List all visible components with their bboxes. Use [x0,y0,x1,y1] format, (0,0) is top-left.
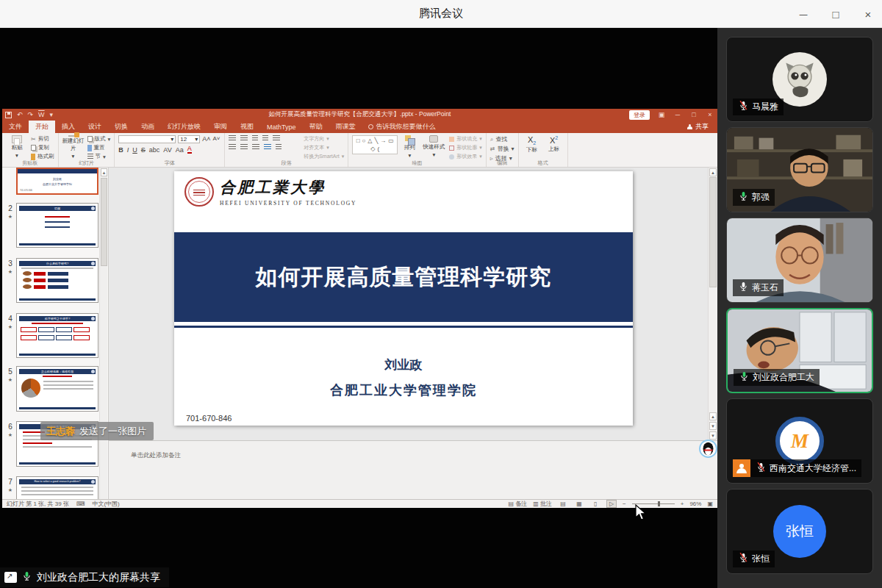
ribbon-tab-视图[interactable]: 视图 [234,121,260,133]
font-tool-A[interactable]: A [187,146,192,154]
login-button[interactable]: 登录 [629,110,650,120]
share-ribbon-button[interactable]: 共享 [678,121,717,133]
previous-slide-icon[interactable]: ▲ [709,412,717,420]
ribbon-tab-开始[interactable]: 开始 [29,121,55,133]
shape-glyph[interactable]: △ [368,137,372,145]
text-direction-button[interactable]: 文字方向 ▾ [304,135,344,143]
quick-styles-button[interactable]: 快速样式▾ [421,135,446,159]
ribbon-options-icon[interactable]: ▣ [657,111,666,118]
next-slide-icon[interactable]: ▼ [709,422,717,430]
qat-more-icon[interactable]: ▾ [50,111,54,118]
shape-outline-button[interactable]: 形状轮廓 ▾ [449,144,482,151]
zoom-level[interactable]: 96% [689,501,701,507]
notes-toggle[interactable]: ▤ 备注 [509,500,528,508]
align-text-button[interactable]: 对齐文本 ▾ [304,144,344,151]
maximize-icon[interactable]: □ [829,8,842,21]
normal-view-icon[interactable]: ▤ [558,501,568,507]
scroll-down-icon[interactable]: ▼ [709,431,717,440]
participant-tile-6[interactable]: 张恒张恒 [726,489,873,574]
copy-button[interactable]: 复制 [31,144,54,151]
numbering-icon[interactable] [240,135,248,141]
new-slide-button[interactable]: 新建幻灯片▾ [62,135,85,159]
participant-tile-4[interactable]: 刘业政合肥工大 [726,308,873,393]
thumbnail-scrollbar[interactable]: ▲ [99,168,107,499]
participant-tile-2[interactable]: 郭强 [726,127,873,212]
line-spacing-icon[interactable] [273,135,280,141]
ribbon-tab-MathType[interactable]: MathType [260,121,303,133]
undo-icon[interactable]: ↶ [17,111,23,118]
grow-font-icon[interactable]: A˄ [202,135,210,143]
slideshow-icon[interactable]: ▷ [606,500,617,508]
shape-glyph[interactable]: ( [378,146,380,153]
align-center-icon[interactable] [240,144,248,150]
participant-tile-1[interactable]: 马晨雅 [726,37,873,122]
shape-glyph[interactable]: ▭ [388,137,394,145]
ribbon-tab-切换[interactable]: 切换 [108,121,135,133]
indent-increase-icon[interactable] [262,135,268,141]
language-indicator[interactable]: 中文(中国) [92,500,119,508]
shape-glyph[interactable]: ╲ [374,137,378,145]
font-tool-S[interactable]: S [141,146,146,154]
font-tool-Aa[interactable]: Aa [176,146,184,154]
paste-button[interactable]: 粘贴▾ [6,135,28,159]
slide-thumbnail-1[interactable]: 刘业政合肥工业大学管理学院701-670-846 [16,168,98,195]
participant-tile-3[interactable]: 蒋玉石 [726,218,873,303]
slide-thumbnail-7[interactable]: How to select a good research problem? [16,476,98,499]
ppt-minimize-icon[interactable]: ─ [673,111,682,118]
font-tool-AV[interactable]: AV [163,146,171,154]
chat-toast[interactable]: 王志蓉 发送了一张图片 [40,422,154,440]
superscript-button[interactable]: X2上标 [545,135,564,159]
reading-view-icon[interactable]: ▯ [590,501,600,507]
arrange-button[interactable]: 排列▾ [401,135,418,159]
zoom-in-icon[interactable]: + [681,501,684,507]
font-tool-B[interactable]: B [118,146,123,154]
slide-thumbnail-2[interactable]: 提纲 [16,203,98,248]
font-tool-I[interactable]: I [127,146,129,154]
quick-access-toolbar[interactable]: ↶ ↷ W ▾ [5,111,53,118]
font-name-combo[interactable]: ▾ [118,135,176,143]
redo-icon[interactable]: ↷ [28,111,34,118]
ribbon-tab-file[interactable]: 文件 [2,121,29,133]
ppt-close-icon[interactable]: × [706,111,714,118]
slide-thumbnail-4[interactable]: 科学研究之干把手? [16,313,98,358]
subscript-button[interactable]: X2下标 [523,135,542,159]
ribbon-tab-动画[interactable]: 动画 [135,121,161,133]
shape-fill-button[interactable]: 形状填充 ▾ [449,135,482,143]
slide-thumbnail-3[interactable]: 什么是科学研究? [16,258,98,303]
close-icon[interactable]: × [861,8,875,21]
columns-icon[interactable] [276,144,282,150]
comments-toggle[interactable]: ▥ 批注 [533,500,552,508]
qq-icon[interactable] [699,440,717,458]
ribbon-tab-审阅[interactable]: 审阅 [207,121,234,133]
thumb-scroll-up-icon[interactable]: ▲ [101,168,107,176]
fit-to-window-icon[interactable]: ▣ [707,501,713,507]
scroll-up-icon[interactable]: ▲ [709,168,717,176]
editor-scroll-thumb[interactable] [709,177,717,287]
shape-glyph[interactable]: ◇ [370,146,375,153]
current-slide[interactable]: 合肥工業大學 HEFEI UNIVERSITY OF TECHNOLOGY 如何… [174,171,633,426]
style-icon[interactable]: W [38,111,45,118]
ribbon-tab-插入[interactable]: 插入 [55,121,82,133]
save-icon[interactable] [5,112,12,118]
font-tool-U[interactable]: U [132,146,137,154]
ribbon-tab-帮助[interactable]: 帮助 [303,121,329,133]
shapes-gallery[interactable]: □○△╲→▭◇( [352,135,398,154]
justify-icon[interactable] [264,144,271,150]
font-size-combo[interactable]: 12▾ [178,135,200,143]
tell-me-box[interactable]: 告诉我你想要做什么 [362,121,442,133]
notes-pane[interactable]: 单击此处添加备注 [109,440,717,499]
align-right-icon[interactable] [252,144,259,150]
ribbon-tab-幻灯片放映[interactable]: 幻灯片放映 [161,121,207,133]
shrink-font-icon[interactable]: A˅ [213,135,220,143]
shape-glyph[interactable]: ○ [362,137,365,145]
font-tool-abc[interactable]: abc [149,146,160,154]
slide-thumbnail-5[interactable]: 怎么科研选题：选啥咋做 [16,366,98,412]
ribbon-tab-设计[interactable]: 设计 [82,121,108,133]
indent-decrease-icon[interactable] [252,135,258,141]
thumb-scroll-thumb[interactable] [101,178,107,266]
replace-button[interactable]: ⇄替换 ▾ [490,145,514,153]
editor-scrollbar[interactable]: ▲ ▲ ▼ ▼ [708,168,717,440]
bullets-icon[interactable] [229,135,236,141]
minimize-icon[interactable]: ─ [797,8,810,21]
shape-glyph[interactable]: → [380,137,386,145]
